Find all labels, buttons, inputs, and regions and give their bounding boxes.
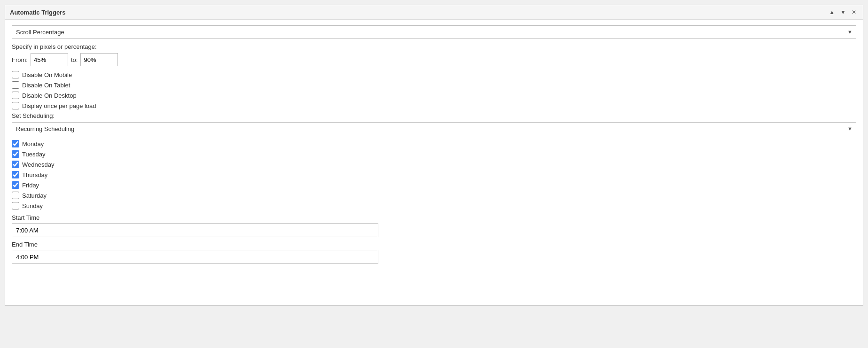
checkbox-disable-mobile: Disable On Mobile bbox=[12, 71, 856, 78]
disable-tablet-label[interactable]: Disable On Tablet bbox=[22, 82, 70, 89]
display-once-checkbox[interactable] bbox=[12, 102, 19, 109]
from-input[interactable] bbox=[31, 53, 68, 66]
tuesday-checkbox[interactable] bbox=[12, 150, 19, 158]
disable-desktop-checkbox[interactable] bbox=[12, 92, 19, 99]
checkbox-friday: Friday bbox=[12, 181, 856, 189]
checkbox-disable-tablet: Disable On Tablet bbox=[12, 81, 856, 89]
wednesday-checkbox[interactable] bbox=[12, 161, 19, 168]
monday-label[interactable]: Monday bbox=[22, 140, 44, 147]
to-label: to: bbox=[71, 56, 78, 63]
thursday-checkbox[interactable] bbox=[12, 171, 19, 178]
tuesday-label[interactable]: Tuesday bbox=[22, 151, 45, 158]
checkbox-monday: Monday bbox=[12, 140, 856, 147]
thursday-label[interactable]: Thursday bbox=[22, 171, 47, 178]
saturday-label[interactable]: Saturday bbox=[22, 192, 47, 199]
wednesday-label[interactable]: Wednesday bbox=[22, 161, 54, 168]
from-to-row: From: to: bbox=[12, 53, 856, 66]
disable-tablet-checkbox[interactable] bbox=[12, 81, 19, 89]
sunday-checkbox[interactable] bbox=[12, 202, 19, 209]
to-input[interactable] bbox=[80, 53, 118, 66]
days-section: Monday Tuesday Wednesday Thursday Friday… bbox=[12, 140, 856, 209]
close-button[interactable]: ✕ bbox=[850, 8, 858, 16]
checkbox-wednesday: Wednesday bbox=[12, 161, 856, 168]
scheduling-type-wrapper: Recurring Scheduling One Time No Schedul… bbox=[12, 122, 856, 135]
checkbox-saturday: Saturday bbox=[12, 192, 856, 199]
panel-body: Scroll Percentage Time on Page Exit Inte… bbox=[5, 20, 863, 273]
disable-mobile-checkbox[interactable] bbox=[12, 71, 19, 78]
sunday-label[interactable]: Sunday bbox=[22, 202, 43, 209]
end-time-label: End Time bbox=[12, 241, 856, 248]
panel-header: Automatic Triggers ▲ ▼ ✕ bbox=[5, 5, 863, 20]
collapse-down-button[interactable]: ▼ bbox=[838, 8, 848, 16]
panel-title: Automatic Triggers bbox=[10, 9, 65, 16]
start-time-input[interactable] bbox=[12, 223, 378, 237]
pixels-label: Specify in pixels or percentage: bbox=[12, 43, 856, 50]
from-label: From: bbox=[12, 56, 28, 63]
disable-desktop-label[interactable]: Disable On Desktop bbox=[22, 92, 77, 99]
checkbox-disable-desktop: Disable On Desktop bbox=[12, 92, 856, 99]
trigger-type-select[interactable]: Scroll Percentage Time on Page Exit Inte… bbox=[12, 25, 856, 39]
saturday-checkbox[interactable] bbox=[12, 192, 19, 199]
scheduling-block: Set Scheduling: Recurring Scheduling One… bbox=[12, 112, 856, 135]
scheduling-type-select[interactable]: Recurring Scheduling One Time No Schedul… bbox=[12, 122, 856, 135]
panel-controls: ▲ ▼ ✕ bbox=[827, 8, 858, 16]
checkbox-sunday: Sunday bbox=[12, 202, 856, 209]
checkbox-display-once: Display once per page load bbox=[12, 102, 856, 109]
friday-label[interactable]: Friday bbox=[22, 182, 39, 189]
disable-mobile-label[interactable]: Disable On Mobile bbox=[22, 71, 72, 78]
display-once-label[interactable]: Display once per page load bbox=[22, 102, 96, 109]
trigger-type-wrapper: Scroll Percentage Time on Page Exit Inte… bbox=[12, 25, 856, 39]
checkbox-tuesday: Tuesday bbox=[12, 150, 856, 158]
checkbox-thursday: Thursday bbox=[12, 171, 856, 178]
scheduling-label: Set Scheduling: bbox=[12, 112, 856, 119]
time-section: Start Time End Time bbox=[12, 214, 856, 264]
start-time-label: Start Time bbox=[12, 214, 856, 221]
friday-checkbox[interactable] bbox=[12, 181, 19, 189]
monday-checkbox[interactable] bbox=[12, 140, 19, 147]
end-time-input[interactable] bbox=[12, 250, 378, 264]
automatic-triggers-panel: Automatic Triggers ▲ ▼ ✕ Scroll Percenta… bbox=[5, 5, 863, 306]
collapse-up-button[interactable]: ▲ bbox=[827, 8, 837, 16]
